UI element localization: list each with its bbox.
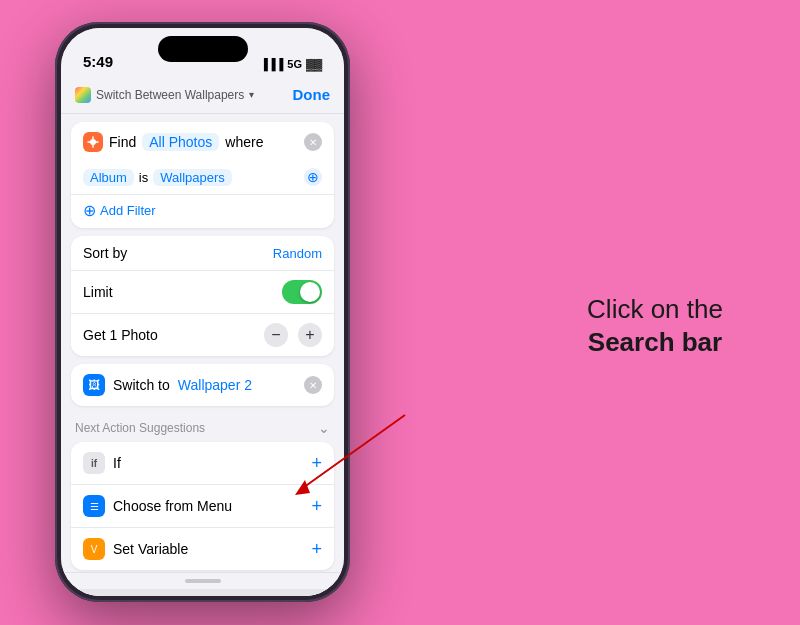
get-photo-stepper: − + bbox=[264, 323, 322, 347]
shortcut-name: Switch Between Wallpapers bbox=[96, 88, 244, 102]
add-filter-row[interactable]: ⊕ Add Filter bbox=[71, 194, 334, 228]
scroll-area: Find All Photos where ✕ Album is Wallpap… bbox=[61, 114, 344, 596]
find-remove-button[interactable]: ✕ bbox=[304, 133, 322, 151]
find-photos-card: Find All Photos where ✕ Album is Wallpap… bbox=[71, 122, 334, 228]
status-icons: ▐▐▐ 5G ▓▓ bbox=[260, 58, 322, 70]
phone-shell: 5:49 ▐▐▐ 5G ▓▓ Switch Between Wallpapers… bbox=[55, 22, 350, 602]
sort-row: Sort by Random bbox=[71, 236, 334, 270]
settings-card: Sort by Random Limit Get 1 Photo − + bbox=[71, 236, 334, 356]
instruction-bold: Search bar bbox=[588, 327, 722, 357]
switch-remove-button[interactable]: ✕ bbox=[304, 376, 322, 394]
suggestion-menu-row: ☰ Choose from Menu + bbox=[71, 484, 334, 527]
sort-value[interactable]: Random bbox=[273, 246, 322, 261]
status-bar: 5:49 ▐▐▐ 5G ▓▓ bbox=[61, 28, 344, 76]
sort-label: Sort by bbox=[83, 245, 127, 261]
search-bar[interactable]: 🔍 Search for apps and actions 🎤 bbox=[71, 589, 334, 596]
instruction-text: Click on the Search bar bbox=[545, 292, 765, 360]
chevron-down-icon: ▾ bbox=[249, 89, 254, 100]
signal-bars-icon: ▐▐▐ bbox=[260, 58, 283, 70]
if-add-button[interactable]: + bbox=[311, 453, 322, 474]
if-icon: if bbox=[83, 452, 105, 474]
svg-point-0 bbox=[90, 139, 96, 145]
wallpapers-pill[interactable]: Wallpapers bbox=[153, 169, 232, 186]
limit-label: Limit bbox=[83, 284, 113, 300]
suggestions-card: if If + ☰ Choose from Menu + V bbox=[71, 442, 334, 570]
switch-to-label: Switch to bbox=[113, 377, 170, 393]
get-photo-row: Get 1 Photo − + bbox=[71, 313, 334, 356]
album-pill[interactable]: Album bbox=[83, 169, 134, 186]
done-button[interactable]: Done bbox=[293, 86, 331, 103]
search-icon: 🔍 bbox=[81, 595, 97, 596]
limit-toggle[interactable] bbox=[282, 280, 322, 304]
filter-add-condition-button[interactable]: ⊕ bbox=[304, 168, 322, 186]
limit-row: Limit bbox=[71, 270, 334, 313]
if-label: If bbox=[113, 455, 303, 471]
suggestion-if-row: if If + bbox=[71, 442, 334, 484]
suggestion-var-row: V Set Variable + bbox=[71, 527, 334, 570]
stepper-minus-button[interactable]: − bbox=[264, 323, 288, 347]
suggestions-chevron-icon[interactable]: ⌄ bbox=[318, 420, 330, 436]
variable-add-button[interactable]: + bbox=[311, 539, 322, 560]
switch-to-card: 🖼 Switch to Wallpaper 2 ✕ bbox=[71, 364, 334, 406]
find-photos-row: Find All Photos where ✕ bbox=[71, 122, 334, 162]
drag-handle bbox=[185, 579, 221, 583]
add-filter-label: Add Filter bbox=[100, 203, 156, 218]
instruction-normal: Click on the bbox=[587, 293, 723, 323]
stepper-plus-button[interactable]: + bbox=[298, 323, 322, 347]
is-label: is bbox=[139, 170, 148, 185]
suggestions-header: Next Action Suggestions ⌄ bbox=[61, 410, 344, 440]
suggestions-title: Next Action Suggestions bbox=[75, 421, 205, 435]
filter-row: Album is Wallpapers ⊕ bbox=[71, 162, 334, 194]
dynamic-island bbox=[158, 36, 248, 62]
menu-icon: ☰ bbox=[83, 495, 105, 517]
menu-add-button[interactable]: + bbox=[311, 496, 322, 517]
all-photos-pill[interactable]: All Photos bbox=[142, 133, 219, 151]
search-bar-container: 🔍 Search for apps and actions 🎤 bbox=[61, 572, 344, 596]
5g-badge: 5G bbox=[287, 58, 302, 70]
status-time: 5:49 bbox=[83, 53, 113, 70]
variable-label: Set Variable bbox=[113, 541, 303, 557]
nav-bar: Switch Between Wallpapers ▾ Done bbox=[61, 76, 344, 114]
battery-icon: ▓▓ bbox=[306, 58, 322, 70]
find-label: Find bbox=[109, 134, 136, 150]
search-input-placeholder: Search for apps and actions bbox=[103, 595, 302, 596]
microphone-icon[interactable]: 🎤 bbox=[308, 595, 324, 596]
phone-screen: 5:49 ▐▐▐ 5G ▓▓ Switch Between Wallpapers… bbox=[61, 28, 344, 596]
wallpaper-icon: 🖼 bbox=[83, 374, 105, 396]
switch-to-row: 🖼 Switch to Wallpaper 2 ✕ bbox=[71, 364, 334, 406]
where-label: where bbox=[225, 134, 263, 150]
variable-icon: V bbox=[83, 538, 105, 560]
get-photo-label: Get 1 Photo bbox=[83, 327, 158, 343]
wallpaper-value[interactable]: Wallpaper 2 bbox=[178, 377, 252, 393]
nav-title-container: Switch Between Wallpapers ▾ bbox=[75, 87, 254, 103]
shortcuts-app-icon bbox=[75, 87, 91, 103]
photos-app-icon bbox=[83, 132, 103, 152]
menu-label: Choose from Menu bbox=[113, 498, 303, 514]
add-filter-plus-icon: ⊕ bbox=[83, 201, 96, 220]
